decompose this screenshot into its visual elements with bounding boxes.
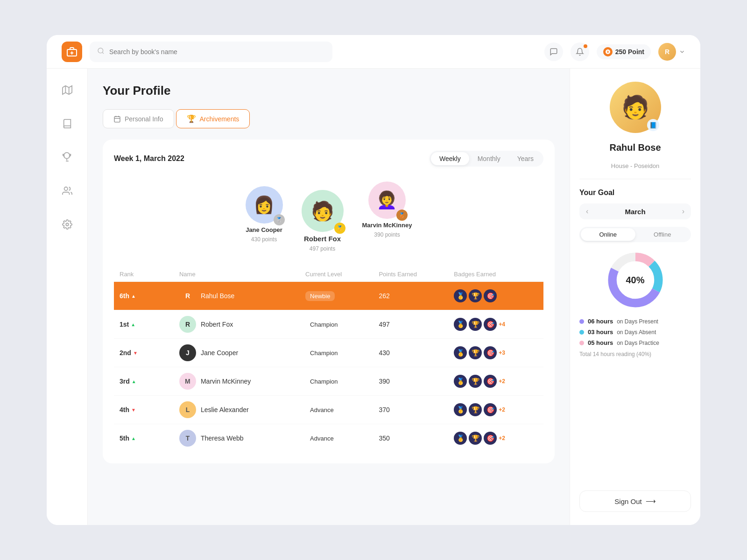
period-weekly[interactable]: Weekly — [431, 152, 469, 165]
col-level: Current Level — [300, 267, 373, 282]
page-title: Your Profile — [103, 84, 555, 98]
legend-present: 06 hours on Days Present — [579, 318, 691, 325]
practice-hours: 05 hours — [588, 339, 613, 346]
search-icon — [97, 47, 105, 56]
extra-badges-count: +2 — [499, 378, 505, 385]
notification-badge — [584, 44, 587, 48]
prev-month-button[interactable]: ‹ — [586, 207, 588, 216]
points-earned: 430 — [373, 339, 448, 367]
search-input[interactable] — [109, 48, 325, 56]
podium-name-1: Robert Fox — [304, 235, 341, 243]
topbar: 250 Point R — [47, 35, 700, 69]
trend-up-icon: ▲ — [131, 294, 136, 299]
podium-pts-2: 430 points — [251, 236, 277, 243]
row-avatar: R — [179, 287, 196, 304]
sidebar-item-trophy[interactable] — [57, 147, 78, 168]
trend-up-icon: ▲ — [131, 322, 135, 327]
trend-down-icon: ▼ — [131, 407, 136, 413]
search-bar[interactable] — [90, 42, 332, 62]
user-avatar: R — [658, 43, 676, 61]
month-nav: ‹ March › — [579, 203, 691, 219]
extra-badges-count: +3 — [499, 350, 505, 356]
online-offline-tabs: Online Offline — [579, 227, 691, 242]
badge-medal-icon: 🥇 — [454, 346, 467, 359]
total-hours-label: Total 14 hours reading (40%) — [579, 351, 691, 357]
rank-label: 1st — [120, 321, 129, 328]
rank-label: 4th — [120, 406, 129, 413]
col-name: Name — [174, 267, 300, 282]
app-shell: 250 Point R — [47, 35, 700, 525]
chevron-down-icon — [679, 49, 685, 55]
period-years[interactable]: Years — [509, 152, 542, 165]
player-name: Rahul Bose — [201, 292, 234, 300]
present-label: on Days Present — [617, 318, 658, 325]
rank-cell: 6th▲ — [120, 292, 168, 300]
tab-personal-info[interactable]: Personal Info — [103, 109, 174, 128]
row-avatar: L — [179, 401, 196, 418]
badge-trophy-icon: 🏆 — [469, 289, 482, 302]
trend-up-icon: ▲ — [131, 436, 136, 441]
signout-button[interactable]: Sign Out ⟶ — [579, 490, 691, 512]
extra-badges-count: +2 — [499, 435, 505, 441]
online-tab[interactable]: Online — [581, 228, 635, 241]
signout-label: Sign Out — [614, 497, 641, 505]
badges-cell: 🥇 🏆 🎯 +2 — [454, 432, 538, 445]
badge-target-icon: 🎯 — [484, 318, 497, 331]
profile-name: Rahul Bose — [609, 142, 661, 153]
notifications-button[interactable] — [571, 42, 589, 61]
offline-tab[interactable]: Offline — [635, 228, 690, 241]
rank-cell: 1st▲ — [120, 321, 168, 328]
level-badge: Champion — [305, 348, 342, 358]
points-earned: 350 — [373, 424, 448, 453]
table-row: 3rd▲ M Marvin McKinney Champion 390 🥇 🏆 … — [114, 367, 543, 396]
period-monthly[interactable]: Monthly — [469, 152, 509, 165]
sidebar-item-community[interactable] — [57, 181, 78, 201]
svg-point-9 — [66, 223, 69, 226]
user-avatar-button[interactable]: R — [658, 43, 685, 61]
badge-trophy-icon: 🏆 — [469, 403, 482, 416]
player-name: Leslie Alexander — [201, 406, 249, 413]
points-earned: 497 — [373, 310, 448, 339]
badge-target-icon: 🎯 — [484, 289, 497, 302]
table-row: 1st▲ R Robert Fox Champion 497 🥇 🏆 🎯 +4 — [114, 310, 543, 339]
sidebar — [47, 69, 88, 525]
svg-point-8 — [64, 187, 67, 190]
app-logo — [62, 42, 82, 62]
practice-label: on Days Practice — [617, 340, 659, 346]
points-badge[interactable]: 250 Point — [597, 44, 651, 59]
table-row: 6th▲ R Rahul Bose Newbie 262 🥇 🏆 🎯 — [114, 282, 543, 310]
name-cell: M Marvin McKinney — [179, 373, 294, 390]
chat-button[interactable] — [544, 42, 563, 61]
badge-trophy-icon: 🏆 — [469, 432, 482, 445]
goal-section: Your Goal ‹ March › Online Offline — [579, 189, 691, 357]
sidebar-item-book[interactable] — [57, 113, 78, 134]
badge-target-icon: 🎯 — [484, 432, 497, 445]
donut-percent-label: 40% — [626, 275, 644, 286]
leaderboard-card: Week 1, March 2022 Weekly Monthly Years … — [103, 140, 555, 463]
sidebar-item-cube[interactable] — [57, 80, 78, 100]
player-name: Marvin McKinney — [201, 378, 251, 385]
podium-name-3: Marvin McKinney — [362, 222, 412, 229]
level-badge: Champion — [305, 320, 342, 329]
podium-avatar-3: 👩‍🦱 🥉 — [368, 182, 406, 219]
name-cell: T Theresa Webb — [179, 430, 294, 447]
rank-label: 5th — [120, 434, 129, 442]
rank-label: 2nd — [120, 349, 131, 357]
badges-cell: 🥇 🏆 🎯 +3 — [454, 346, 538, 359]
podium-avatar-1: 🧑 🥇 — [302, 190, 344, 232]
podium: 👩 🥈 Jane Cooper 430 points 🧑 🥇 — [114, 182, 543, 252]
practice-dot — [579, 341, 584, 345]
sidebar-item-settings[interactable] — [57, 214, 78, 235]
legend-practice: 05 hours on Days Practice — [579, 339, 691, 346]
medal-2nd: 🥈 — [274, 214, 285, 225]
legend-absent: 03 hours on Days Absent — [579, 329, 691, 336]
badge-target-icon: 🎯 — [484, 346, 497, 359]
rank-label: 6th — [120, 292, 129, 300]
rank-cell: 4th▼ — [120, 406, 168, 413]
extra-badges-count: +2 — [499, 406, 505, 413]
tab-achievements-label: Archivements — [200, 115, 240, 123]
badges-cell: 🥇 🏆 🎯 +2 — [454, 403, 538, 416]
next-month-button[interactable]: › — [682, 207, 684, 216]
tab-achievements[interactable]: 🏆 Archivements — [176, 109, 250, 128]
row-avatar: M — [179, 373, 196, 390]
